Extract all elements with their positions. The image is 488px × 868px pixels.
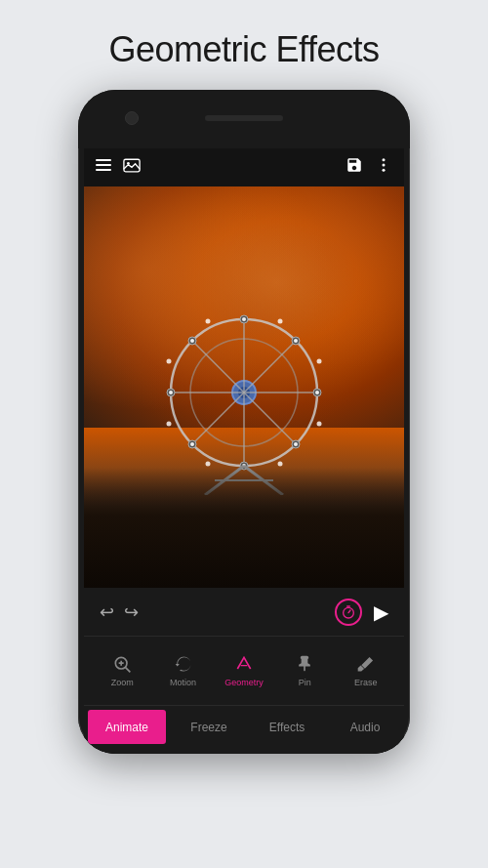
- more-options-icon[interactable]: [375, 156, 392, 174]
- geometry-label: Geometry: [224, 678, 264, 687]
- save-icon[interactable]: [346, 156, 363, 174]
- undo-redo-controls: ↩ ↪: [100, 601, 139, 623]
- svg-point-2: [383, 158, 386, 161]
- phone-camera: [125, 111, 139, 125]
- tool-motion[interactable]: Motion: [159, 654, 208, 687]
- geometry-icon: [234, 654, 254, 674]
- phone-side-button: [409, 266, 410, 324]
- svg-point-22: [169, 391, 173, 394]
- gallery-icon[interactable]: [123, 158, 141, 173]
- hamburger-menu-button[interactable]: [96, 159, 111, 171]
- svg-point-38: [317, 421, 322, 426]
- phone-body: ↩ ↪ ▶: [78, 90, 410, 754]
- app-toolbar: [84, 144, 404, 186]
- svg-point-4: [383, 169, 386, 172]
- svg-point-28: [294, 442, 298, 446]
- svg-line-48: [126, 667, 131, 672]
- pin-label: Pin: [299, 678, 311, 687]
- page-title: Geometric Effects: [109, 29, 380, 70]
- playback-right: ▶: [335, 599, 388, 626]
- tab-audio[interactable]: Audio: [326, 706, 404, 748]
- svg-point-40: [278, 461, 283, 466]
- tool-zoom[interactable]: Zoom: [98, 654, 146, 687]
- ferris-wheel-image: [84, 186, 404, 588]
- ferris-wheel: [146, 300, 342, 495]
- tab-animate[interactable]: Animate: [88, 710, 166, 744]
- tab-freeze[interactable]: Freeze: [170, 706, 248, 748]
- svg-point-3: [383, 164, 386, 167]
- erase-label: Erase: [354, 678, 378, 687]
- undo-button[interactable]: ↩: [100, 601, 114, 623]
- ground-silhouette: [84, 468, 404, 588]
- motion-label: Motion: [170, 678, 196, 687]
- erase-icon: [356, 654, 376, 674]
- svg-line-16: [192, 393, 244, 444]
- svg-point-34: [278, 318, 283, 323]
- tab-effects[interactable]: Effects: [248, 706, 326, 748]
- timer-button[interactable]: [335, 599, 362, 626]
- tool-erase[interactable]: Erase: [342, 654, 390, 687]
- svg-point-18: [242, 317, 246, 321]
- svg-point-32: [190, 442, 194, 446]
- svg-point-35: [167, 358, 172, 363]
- svg-point-36: [317, 358, 322, 363]
- motion-icon: [174, 654, 193, 674]
- redo-button[interactable]: ↪: [124, 601, 139, 623]
- playback-bar: ↩ ↪ ▶: [84, 588, 404, 637]
- pin-icon: [295, 654, 314, 674]
- phone-screen: ↩ ↪ ▶: [84, 144, 404, 754]
- tool-pin[interactable]: Pin: [280, 654, 329, 687]
- zoom-label: Zoom: [111, 678, 134, 687]
- ferris-wheel-svg: [146, 300, 342, 495]
- svg-point-30: [294, 339, 298, 343]
- svg-point-33: [206, 318, 211, 323]
- svg-point-39: [206, 461, 211, 466]
- play-button[interactable]: ▶: [374, 600, 388, 624]
- svg-point-24: [315, 391, 319, 394]
- toolbar-left: [96, 158, 141, 173]
- phone-device: ↩ ↪ ▶: [78, 90, 410, 754]
- bottom-tabs: Animate Freeze Effects Audio: [84, 705, 404, 748]
- svg-point-26: [190, 339, 194, 343]
- zoom-icon: [112, 654, 132, 674]
- svg-line-45: [348, 610, 350, 613]
- bottom-controls: ↩ ↪ ▶: [84, 588, 404, 754]
- svg-line-13: [192, 341, 244, 393]
- phone-top-bar: [78, 90, 410, 148]
- svg-line-15: [244, 341, 296, 393]
- svg-line-14: [244, 393, 296, 444]
- tool-bar: Zoom Motion Geometry: [84, 637, 404, 705]
- phone-speaker: [205, 115, 283, 121]
- tool-geometry[interactable]: Geometry: [220, 654, 268, 687]
- timer-icon-svg: [341, 604, 356, 620]
- svg-point-37: [167, 421, 172, 426]
- toolbar-right: [346, 156, 392, 174]
